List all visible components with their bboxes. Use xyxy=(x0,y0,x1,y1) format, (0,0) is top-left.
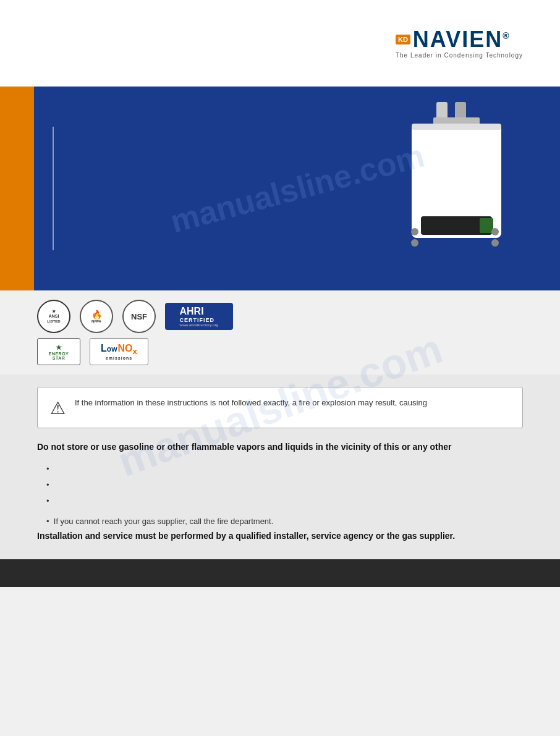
nsf-badge: NSF xyxy=(122,300,156,333)
vertical-divider xyxy=(53,127,54,250)
warning-section: ⚠ If the information in these instructio… xyxy=(0,374,560,559)
footer xyxy=(0,559,560,587)
nox-text: NOx xyxy=(118,343,137,356)
product-image xyxy=(393,102,541,275)
navien-logo: KD NAVIEN® The Leader in Condensing Tech… xyxy=(396,28,523,59)
warning-icon: ⚠ xyxy=(50,398,66,418)
kd-box: KD xyxy=(396,35,410,44)
svg-rect-4 xyxy=(412,124,501,130)
bullet-item-1 xyxy=(37,461,523,477)
low-text: Low xyxy=(101,343,117,354)
tagline: The Leader in Condensing Technology xyxy=(396,52,523,59)
certification-area: ★ ANSI LISTED 🔥 NFPA NSF AHRI CERTIFIED … xyxy=(0,290,560,374)
ahri-logo-text: AHRI xyxy=(179,306,203,317)
gas-supplier-text: If you cannot reach your gas supplier, c… xyxy=(54,517,274,526)
bullet-item-3 xyxy=(37,493,523,509)
nfpa-badge: 🔥 NFPA xyxy=(80,300,113,333)
registered-mark: ® xyxy=(503,31,510,41)
cert-row-2: ★ ENERGY STAR Low NOx emissions xyxy=(37,338,523,365)
brand-text: NAVIEN xyxy=(413,27,503,52)
warning-text: If the information in these instructions… xyxy=(75,397,427,409)
bullet-item-2 xyxy=(37,477,523,493)
svg-point-10 xyxy=(491,239,499,247)
watermark-text: manualsline.com xyxy=(166,137,428,240)
emissions-text: emissions xyxy=(106,356,132,360)
warning-box: ⚠ If the information in these instructio… xyxy=(37,387,523,428)
ahri-badge: AHRI CERTIFIED www.ahridirectory.org xyxy=(165,303,233,330)
lownox-badge: Low NOx emissions xyxy=(90,338,148,365)
bullet-list xyxy=(37,461,523,509)
ahri-certified-label: CERTIFIED xyxy=(179,317,214,323)
danger-header: Do not store or use gasoline or other fl… xyxy=(37,441,523,454)
svg-point-9 xyxy=(491,228,499,235)
hero-content: manualsline.com xyxy=(34,87,560,290)
header: KD NAVIEN® The Leader in Condensing Tech… xyxy=(0,0,560,87)
cert-row-1: ★ ANSI LISTED 🔥 NFPA NSF AHRI CERTIFIED … xyxy=(37,300,523,333)
energy-star-badge: ★ ENERGY STAR xyxy=(37,338,80,365)
orange-bar xyxy=(0,87,34,290)
gas-supplier-note: • If you cannot reach your gas supplier,… xyxy=(37,517,523,526)
svg-point-8 xyxy=(411,239,418,247)
ahri-url: www.ahridirectory.org xyxy=(179,323,218,327)
logo-top: KD NAVIEN® xyxy=(396,28,511,51)
brand-name: NAVIEN® xyxy=(413,28,511,51)
installation-note: Installation and service must be perform… xyxy=(37,531,523,541)
ansi-badge: ★ ANSI LISTED xyxy=(37,300,70,333)
hero-banner: manualsline.com xyxy=(0,87,560,290)
svg-rect-6 xyxy=(480,218,493,233)
nsf-text: NSF xyxy=(131,312,147,321)
svg-point-7 xyxy=(411,228,418,235)
